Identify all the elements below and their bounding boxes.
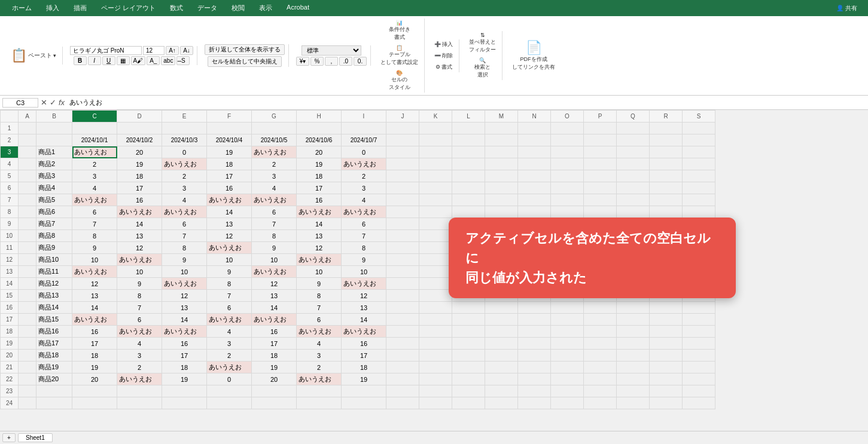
cell-O8[interactable] [551,206,584,218]
cell-M6[interactable] [485,182,518,194]
paste-button[interactable]: 📋 ペースト ▾ [8,47,59,65]
cell-P17[interactable] [584,314,617,326]
decrease-decimal-button[interactable]: 0. [354,57,367,66]
cell-H24[interactable] [297,397,342,409]
cell-B8[interactable]: 商品6 [36,206,72,218]
cell-H23[interactable] [297,385,342,397]
cell-O22[interactable] [551,373,584,385]
cell-Q8[interactable] [617,206,650,218]
cell-style-button[interactable]: 🎨 セルの スタイル [386,69,413,93]
cell-D15[interactable]: 8 [117,290,162,302]
cell-C3[interactable]: あいうえお [72,146,117,158]
cell-K7[interactable] [419,194,452,206]
cell-R24[interactable] [650,397,683,409]
cell-I15[interactable]: 12 [342,290,386,302]
row-num-17[interactable]: 17 [1,314,19,326]
cell-G14[interactable]: 12 [252,278,297,290]
row-num-8[interactable]: 8 [1,206,19,218]
cell-R22[interactable] [650,373,683,385]
cell-G7[interactable]: あいうえお [252,194,297,206]
cell-S18[interactable] [683,326,715,338]
cell-S7[interactable] [683,194,715,206]
cell-S8[interactable] [683,206,715,218]
row-num-20[interactable]: 20 [1,350,19,362]
cell-N23[interactable] [518,385,551,397]
cell-H10[interactable]: 13 [297,230,342,242]
cell-S1[interactable] [683,123,715,134]
cell-L3[interactable] [452,146,485,158]
cell-G11[interactable]: 9 [252,242,297,254]
cell-H2[interactable]: 2024/10/6 [297,134,342,146]
cell-J6[interactable] [386,182,419,194]
cell-A18[interactable] [19,326,36,338]
cell-K24[interactable] [419,397,452,409]
add-sheet-button[interactable]: + [2,433,16,442]
cell-I9[interactable]: 6 [342,218,386,230]
cell-S23[interactable] [683,385,715,397]
cell-S16[interactable] [683,302,715,314]
cell-D5[interactable]: 18 [117,170,162,182]
cell-D23[interactable] [117,385,162,397]
cell-Q18[interactable] [617,326,650,338]
cell-F1[interactable] [207,123,252,134]
cell-H16[interactable]: 7 [297,302,342,314]
cell-I24[interactable] [342,397,386,409]
cell-D21[interactable]: 2 [117,362,162,373]
cell-B4[interactable]: 商品2 [36,158,72,170]
cell-C9[interactable]: 7 [72,218,117,230]
cell-O5[interactable] [551,170,584,182]
cell-O17[interactable] [551,314,584,326]
cell-F13[interactable]: 9 [207,266,252,278]
cell-D1[interactable] [117,123,162,134]
cell-D4[interactable]: 19 [117,158,162,170]
cell-R5[interactable] [650,170,683,182]
row-num-16[interactable]: 16 [1,302,19,314]
cell-L8[interactable] [452,206,485,218]
cell-K22[interactable] [419,373,452,385]
cell-S17[interactable] [683,314,715,326]
cell-P21[interactable] [584,362,617,373]
cell-H18[interactable]: あいうえお [297,326,342,338]
cell-B16[interactable]: 商品14 [36,302,72,314]
cell-F6[interactable]: 16 [207,182,252,194]
cell-G13[interactable]: あいうえお [252,266,297,278]
cell-L16[interactable] [452,302,485,314]
cell-C11[interactable]: 9 [72,242,117,254]
cell-F9[interactable]: 13 [207,218,252,230]
row-num-22[interactable]: 22 [1,373,19,385]
row-num-7[interactable]: 7 [1,194,19,206]
cell-H20[interactable]: 3 [297,350,342,362]
cell-J12[interactable] [386,254,419,266]
abc-button[interactable]: abc [161,56,175,65]
cell-S19[interactable] [683,338,715,350]
cell-A1[interactable] [19,123,36,134]
cell-G2[interactable]: 2024/10/5 [252,134,297,146]
cell-H15[interactable]: 8 [297,290,342,302]
cell-H19[interactable]: 4 [297,338,342,350]
cell-M7[interactable] [485,194,518,206]
cell-B7[interactable]: 商品5 [36,194,72,206]
cell-M21[interactable] [485,362,518,373]
col-header-L[interactable]: L [452,111,485,123]
tab-home[interactable]: ホーム [5,0,39,16]
cell-D22[interactable]: あいうえお [117,373,162,385]
cell-J20[interactable] [386,350,419,362]
cell-I13[interactable]: 10 [342,266,386,278]
cell-D7[interactable]: 16 [117,194,162,206]
cell-R8[interactable] [650,206,683,218]
cell-A10[interactable] [19,230,36,242]
cell-J7[interactable] [386,194,419,206]
col-header-E[interactable]: E [162,111,207,123]
row-num-11[interactable]: 11 [1,242,19,254]
row-num-23[interactable]: 23 [1,385,19,397]
cancel-icon[interactable]: ✕ [41,98,47,107]
cell-L6[interactable] [452,182,485,194]
cell-J3[interactable] [386,146,419,158]
cell-E11[interactable]: 8 [162,242,207,254]
cell-F7[interactable]: あいうえお [207,194,252,206]
cell-K4[interactable] [419,158,452,170]
cell-B3[interactable]: 商品1 [36,146,72,158]
cell-R7[interactable] [650,194,683,206]
cell-B22[interactable]: 商品20 [36,373,72,385]
col-header-D[interactable]: D [117,111,162,123]
